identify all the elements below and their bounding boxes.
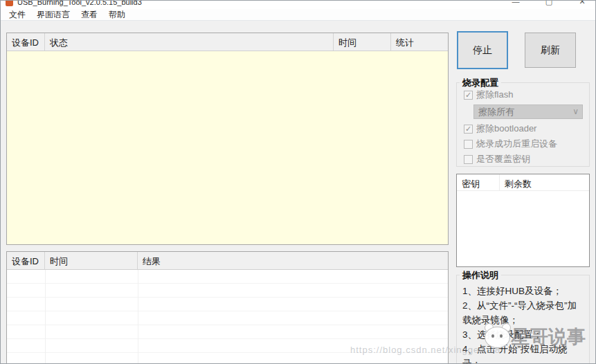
app-window: USB_Burning_Tool_v2.0.5.15_build3 — ▢ ✕ … [0, 0, 596, 364]
menu-language[interactable]: 界面语言 [31, 9, 75, 21]
erase-mode-value: 擦除所有 [478, 106, 514, 118]
panda-logo-icon [482, 323, 513, 351]
checkbox-icon [464, 155, 473, 164]
erase-mode-dropdown[interactable]: 擦除所有 ∨ [473, 104, 583, 119]
menu-view[interactable]: 查看 [75, 9, 103, 21]
checkbox-reboot-after-success[interactable]: 烧录成功后重启设备 [464, 138, 557, 149]
burn-config-title: 烧录配置 [460, 77, 501, 89]
col-time[interactable]: 时间 [334, 33, 391, 51]
checkbox-icon: ✓ [464, 91, 473, 100]
checkbox-erase-bootloader[interactable]: ✓ 擦除bootloader [464, 123, 536, 134]
instruction-line: 1、连接好HUB及设备； [462, 284, 585, 298]
watermark-brand: 星哥说事 [511, 325, 586, 349]
col-status[interactable]: 状态 [45, 33, 334, 51]
device-table-header: 设备ID 状态 时间 统计 [7, 33, 448, 51]
column-separator [138, 270, 138, 364]
close-icon[interactable]: ✕ [573, 1, 591, 8]
window-controls: — ▢ ✕ [507, 1, 591, 8]
chevron-down-icon: ∨ [572, 107, 579, 116]
instructions-title: 操作说明 [460, 269, 501, 282]
refresh-button[interactable]: 刷新 [525, 33, 576, 68]
minimize-icon[interactable]: — [507, 1, 525, 8]
device-table-body [7, 51, 448, 244]
col-stats[interactable]: 统计 [391, 33, 448, 51]
col-device-id[interactable]: 设备ID [7, 33, 45, 51]
stop-button[interactable]: 停止 [457, 31, 508, 69]
menu-help[interactable]: 帮助 [103, 9, 131, 21]
menu-file[interactable]: 文件 [3, 9, 31, 21]
key-table-body [457, 191, 589, 266]
col-device-id[interactable]: 设备ID [7, 252, 45, 269]
device-table[interactable]: 设备ID 状态 时间 统计 [6, 33, 449, 245]
column-separator [45, 270, 46, 364]
app-icon [6, 1, 13, 6]
col-time[interactable]: 时间 [45, 252, 138, 269]
checkbox-icon [464, 140, 473, 149]
checkbox-icon: ✓ [464, 125, 473, 134]
key-table-header: 密钥 剩余数 [457, 174, 589, 191]
burn-config-group: 烧录配置 ✓ 擦除flash 擦除所有 ∨ ✓ 擦除bootloader 烧录成… [456, 82, 590, 167]
window-title: USB_Burning_Tool_v2.0.5.15_build3 [17, 1, 142, 6]
checkbox-overwrite-key[interactable]: 是否覆盖密钥 [464, 154, 530, 165]
col-key[interactable]: 密钥 [457, 174, 500, 190]
checkbox-erase-flash[interactable]: ✓ 擦除flash [464, 89, 513, 100]
maximize-icon[interactable]: ▢ [540, 1, 558, 8]
result-table-header: 设备ID 时间 结果 [7, 252, 448, 270]
title-bar: USB_Burning_Tool_v2.0.5.15_build3 — ▢ ✕ [1, 1, 595, 9]
instruction-line: 2、从“文件”-“导入烧录包”加载烧录镜像； [462, 298, 585, 327]
col-result[interactable]: 结果 [138, 252, 448, 269]
key-table[interactable]: 密钥 剩余数 [456, 174, 590, 267]
col-remaining[interactable]: 剩余数 [500, 174, 589, 190]
menu-bar: 文件 界面语言 查看 帮助 [1, 9, 595, 21]
